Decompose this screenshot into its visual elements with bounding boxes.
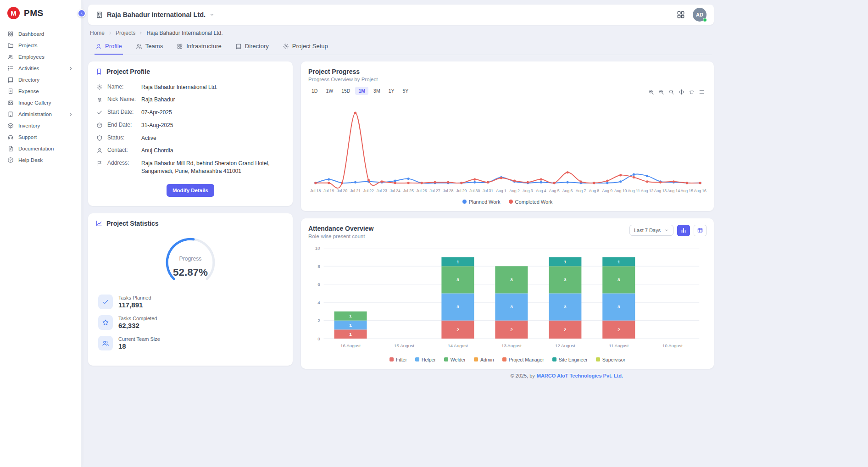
sidebar-item-administration[interactable]: Administration	[0, 108, 81, 120]
svg-text:1: 1	[349, 322, 352, 328]
svg-text:1: 1	[456, 259, 459, 264]
tab-project-setup[interactable]: Project Setup	[282, 39, 329, 55]
range-1w-button[interactable]: 1W	[323, 87, 336, 95]
attendance-stacked-bar-chart[interactable]: 024681016 August11115 August14 August233…	[308, 242, 707, 356]
sidebar-item-label: Administration	[18, 111, 52, 117]
sidebar-item-support[interactable]: Support	[0, 131, 81, 143]
logo-text: PMS	[24, 8, 44, 18]
book-icon	[7, 77, 14, 83]
table-view-button[interactable]	[694, 225, 707, 236]
users-icon	[7, 54, 14, 60]
building-icon	[7, 111, 14, 117]
zoom-out-icon[interactable]	[658, 89, 664, 95]
logo-mark: M	[7, 7, 20, 19]
svg-text:2: 2	[618, 327, 620, 332]
sidebar-item-label: Expense	[18, 89, 39, 94]
range-1m-button[interactable]: 1M	[355, 87, 368, 95]
breadcrumb-projects[interactable]: Projects	[116, 30, 135, 36]
svg-text:6: 6	[317, 282, 320, 287]
selection-zoom-icon[interactable]	[668, 89, 674, 95]
bookmark-icon	[95, 68, 103, 75]
legend-item[interactable]: Admin	[474, 357, 494, 362]
sidebar-item-image-gallery[interactable]: Image Gallery	[0, 97, 81, 108]
sidebar-item-label: Dashboard	[18, 31, 44, 37]
sidebar-item-projects[interactable]: Projects	[0, 39, 81, 51]
sidebar-item-employees[interactable]: Employees	[0, 51, 81, 62]
range-3m-button[interactable]: 3M	[370, 87, 384, 95]
reset-home-icon[interactable]	[689, 89, 695, 95]
apps-grid-icon[interactable]	[676, 10, 685, 19]
x-circle-icon	[96, 122, 103, 128]
last-7-days-select[interactable]: Last 7 Days	[629, 225, 673, 236]
chevron-down-icon	[664, 228, 669, 233]
breadcrumb-home[interactable]: Home	[90, 30, 105, 36]
legend-item[interactable]: Supervisor	[596, 357, 625, 362]
tab-profile[interactable]: Profile	[95, 39, 123, 55]
range-1y-button[interactable]: 1Y	[385, 87, 398, 95]
sidebar-item-documentation[interactable]: Documentation	[0, 143, 81, 154]
svg-text:0: 0	[317, 336, 320, 341]
star-icon	[98, 315, 113, 330]
tab-label: Profile	[105, 43, 122, 50]
bar-chart-view-button[interactable]	[677, 225, 690, 236]
svg-text:11 August: 11 August	[609, 343, 629, 348]
field-value: Raja Bahadur International Ltd.	[141, 83, 284, 91]
users-icon	[136, 43, 142, 50]
sidebar-item-activities[interactable]: Activities	[0, 62, 81, 74]
user-avatar[interactable]: AD	[693, 8, 707, 22]
range-15d-button[interactable]: 15D	[338, 87, 353, 95]
copyright-text: © 2025, by	[510, 373, 534, 378]
project-progress-line-chart[interactable]: Jul 18Jul 19Jul 20Jul 21Jul 22Jul 23Jul …	[308, 97, 707, 198]
table-icon	[697, 227, 703, 234]
company-selector[interactable]: Raja Bahadur International Ltd.	[95, 11, 215, 19]
company-link[interactable]: MARCO AIoT Technologies Pvt. Ltd.	[537, 373, 623, 378]
breadcrumb: Home Projects Raja Bahadur International…	[90, 30, 712, 36]
company-name: Raja Bahadur International Ltd.	[107, 11, 206, 18]
svg-text:3: 3	[564, 304, 567, 309]
legend-item[interactable]: Completed Work	[509, 199, 553, 205]
pan-icon[interactable]	[679, 89, 684, 95]
zoom-in-icon[interactable]	[648, 89, 654, 95]
stat-current-team-size: Current Team Size 18	[98, 336, 283, 350]
chart-menu-icon[interactable]	[699, 89, 705, 95]
sidebar-item-expense[interactable]: Expense	[0, 85, 81, 97]
svg-text:3: 3	[456, 277, 459, 282]
tab-directory[interactable]: Directory	[234, 39, 270, 55]
modify-details-button[interactable]: Modify Details	[167, 184, 214, 197]
legend-item[interactable]: Project Manager	[502, 357, 544, 362]
select-value: Last 7 Days	[634, 228, 661, 233]
svg-text:1: 1	[618, 259, 620, 264]
legend-item[interactable]: Fitter	[389, 357, 407, 362]
users-icon	[98, 336, 113, 350]
legend-item[interactable]: Site Engineer	[552, 357, 588, 362]
breadcrumb-separator-icon	[139, 31, 143, 35]
svg-text:Jul 31: Jul 31	[483, 189, 493, 193]
sidebar-collapse-button[interactable]	[78, 9, 86, 17]
tab-teams[interactable]: Teams	[135, 39, 164, 55]
svg-text:Aug 1: Aug 1	[496, 189, 506, 193]
field-label: Status:	[107, 134, 137, 141]
svg-text:Jul 24: Jul 24	[390, 189, 401, 193]
legend-item[interactable]: Planned Work	[462, 199, 501, 205]
svg-text:Aug 15: Aug 15	[681, 189, 694, 193]
stat-value: 62,332	[118, 322, 157, 329]
sidebar-item-directory[interactable]: Directory	[0, 74, 81, 85]
sidebar-item-help-desk[interactable]: Help Desk	[0, 154, 81, 166]
card-subtitle: Role-wise present count	[308, 234, 373, 239]
legend-item[interactable]: Helper	[415, 357, 436, 362]
range-1d-button[interactable]: 1D	[308, 87, 321, 95]
svg-text:Jul 26: Jul 26	[417, 189, 427, 193]
grid-icon	[177, 43, 183, 50]
svg-text:1: 1	[564, 259, 567, 264]
tab-infrastructure[interactable]: Infrastructure	[176, 39, 223, 55]
app-logo[interactable]: M PMS	[0, 0, 81, 25]
legend-item[interactable]: Welder	[444, 357, 466, 362]
sidebar-item-inventory[interactable]: Inventory	[0, 120, 81, 131]
document-icon	[7, 145, 14, 152]
range-5y-button[interactable]: 5Y	[399, 87, 412, 95]
gauge-percentage: 52.87%	[173, 267, 208, 278]
sidebar-item-dashboard[interactable]: Dashboard	[0, 28, 81, 39]
sidebar-item-label: Activities	[18, 66, 39, 71]
svg-text:3: 3	[618, 277, 620, 282]
project-statistics-card: Project Statistics Progress 52.87%	[88, 213, 293, 366]
